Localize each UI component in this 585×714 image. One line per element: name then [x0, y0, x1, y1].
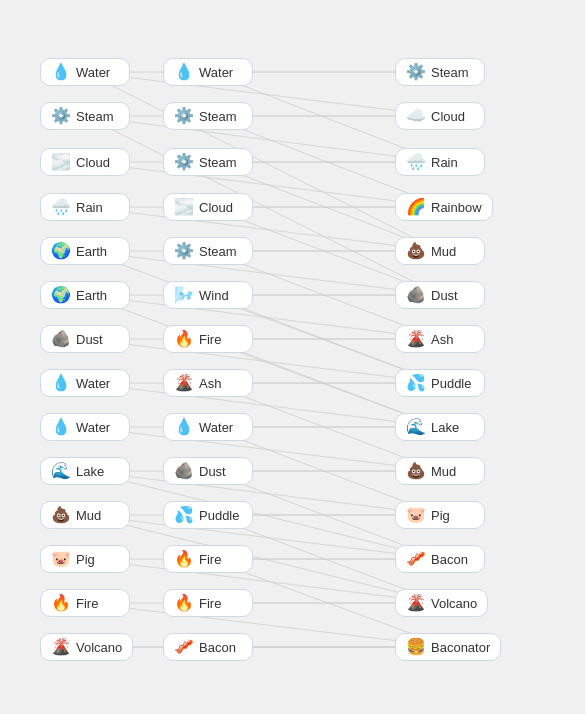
- element-card-c3[interactable]: ⚙️Steam: [40, 102, 130, 130]
- element-card-c21[interactable]: 💩Mud: [40, 501, 130, 529]
- element-card-c6[interactable]: ⚙️Steam: [163, 148, 253, 176]
- element-emoji: 💩: [406, 243, 426, 259]
- element-card-c10[interactable]: ⚙️Steam: [163, 237, 253, 265]
- element-label: Lake: [431, 420, 459, 435]
- element-label: Rain: [431, 155, 458, 170]
- element-label: Steam: [431, 65, 469, 80]
- element-card-c12[interactable]: 🌬️Wind: [163, 281, 253, 309]
- element-emoji: 🌫️: [51, 154, 71, 170]
- element-emoji: 🔥: [174, 331, 194, 347]
- element-label: Fire: [76, 596, 98, 611]
- element-label: Ash: [431, 332, 453, 347]
- element-card-r3[interactable]: 🌧️Rain: [395, 148, 485, 176]
- element-card-c20[interactable]: 🪨Dust: [163, 457, 253, 485]
- element-label: Water: [76, 420, 110, 435]
- element-label: Fire: [199, 332, 221, 347]
- element-card-c15[interactable]: 💧Water: [40, 369, 130, 397]
- element-emoji: 🌧️: [406, 154, 426, 170]
- element-card-c27[interactable]: 🌋Volcano: [40, 633, 133, 661]
- element-emoji: 🔥: [174, 551, 194, 567]
- element-card-c14[interactable]: 🔥Fire: [163, 325, 253, 353]
- element-card-r1[interactable]: ⚙️Steam: [395, 58, 485, 86]
- element-emoji: 💦: [406, 375, 426, 391]
- element-label: Baconator: [431, 640, 490, 655]
- connection-line: [85, 515, 440, 559]
- element-label: Pig: [431, 508, 450, 523]
- element-card-c18[interactable]: 💧Water: [163, 413, 253, 441]
- element-card-c9[interactable]: 🌍Earth: [40, 237, 130, 265]
- element-card-c13[interactable]: 🪨Dust: [40, 325, 130, 353]
- element-emoji: 🌋: [406, 331, 426, 347]
- element-label: Earth: [76, 288, 107, 303]
- connection-line: [85, 559, 442, 603]
- element-card-c11[interactable]: 🌍Earth: [40, 281, 130, 309]
- element-emoji: 🪨: [174, 463, 194, 479]
- element-emoji: 🌋: [174, 375, 194, 391]
- element-emoji: 🪨: [406, 287, 426, 303]
- element-emoji: 🌊: [406, 419, 426, 435]
- element-card-r8[interactable]: 💦Puddle: [395, 369, 485, 397]
- element-label: Dust: [431, 288, 458, 303]
- element-label: Water: [199, 420, 233, 435]
- element-card-c19[interactable]: 🌊Lake: [40, 457, 130, 485]
- element-card-c17[interactable]: 💧Water: [40, 413, 130, 441]
- element-card-r11[interactable]: 🐷Pig: [395, 501, 485, 529]
- element-card-r6[interactable]: 🪨Dust: [395, 281, 485, 309]
- element-emoji: 💧: [174, 419, 194, 435]
- connection-line: [85, 251, 440, 383]
- element-card-r7[interactable]: 🌋Ash: [395, 325, 485, 353]
- element-card-r4[interactable]: 🌈Rainbow: [395, 193, 493, 221]
- element-card-c25[interactable]: 🔥Fire: [40, 589, 130, 617]
- element-emoji: 🌈: [406, 199, 426, 215]
- connection-line: [85, 515, 442, 603]
- connection-line: [85, 383, 440, 427]
- element-card-c16[interactable]: 🌋Ash: [163, 369, 253, 397]
- element-label: Rainbow: [431, 200, 482, 215]
- element-emoji: 🍔: [406, 639, 426, 655]
- element-card-c4[interactable]: ⚙️Steam: [163, 102, 253, 130]
- element-label: Cloud: [199, 200, 233, 215]
- element-emoji: 💧: [51, 419, 71, 435]
- connection-line: [85, 295, 440, 339]
- element-card-c1[interactable]: 💧Water: [40, 58, 130, 86]
- element-card-r10[interactable]: 💩Mud: [395, 457, 485, 485]
- element-label: Water: [76, 65, 110, 80]
- element-emoji: ⚙️: [51, 108, 71, 124]
- element-card-c2[interactable]: 💧Water: [163, 58, 253, 86]
- element-emoji: 💩: [406, 463, 426, 479]
- element-emoji: ☁️: [406, 108, 426, 124]
- connection-line: [85, 72, 440, 116]
- element-card-r12[interactable]: 🥓Bacon: [395, 545, 485, 573]
- element-emoji: 🐷: [406, 507, 426, 523]
- element-card-c7[interactable]: 🌧️Rain: [40, 193, 130, 221]
- element-label: Steam: [76, 109, 114, 124]
- element-label: Wind: [199, 288, 229, 303]
- connection-line: [85, 72, 440, 251]
- main-canvas: 💧Water💧Water⚙️Steam⚙️Steam🌫️Cloud⚙️Steam…: [0, 0, 585, 714]
- element-emoji: 🌋: [51, 639, 71, 655]
- element-card-c28[interactable]: 🥓Bacon: [163, 633, 253, 661]
- element-card-c26[interactable]: 🔥Fire: [163, 589, 253, 617]
- element-label: Puddle: [431, 376, 471, 391]
- element-label: Earth: [76, 244, 107, 259]
- element-emoji: 🪨: [51, 331, 71, 347]
- element-label: Cloud: [76, 155, 110, 170]
- element-card-r14[interactable]: 🍔Baconator: [395, 633, 501, 661]
- element-card-r9[interactable]: 🌊Lake: [395, 413, 485, 441]
- element-emoji: 🌍: [51, 243, 71, 259]
- element-emoji: 🌋: [406, 595, 426, 611]
- element-card-c8[interactable]: 🌫️Cloud: [163, 193, 253, 221]
- element-card-c22[interactable]: 💦Puddle: [163, 501, 253, 529]
- element-card-r13[interactable]: 🌋Volcano: [395, 589, 488, 617]
- element-emoji: 🥓: [174, 639, 194, 655]
- element-card-r5[interactable]: 💩Mud: [395, 237, 485, 265]
- element-emoji: 💩: [51, 507, 71, 523]
- element-label: Fire: [199, 552, 221, 567]
- element-label: Water: [76, 376, 110, 391]
- element-label: Steam: [199, 244, 237, 259]
- element-card-c23[interactable]: 🐷Pig: [40, 545, 130, 573]
- element-card-c5[interactable]: 🌫️Cloud: [40, 148, 130, 176]
- element-label: Pig: [76, 552, 95, 567]
- element-card-c24[interactable]: 🔥Fire: [163, 545, 253, 573]
- element-card-r2[interactable]: ☁️Cloud: [395, 102, 485, 130]
